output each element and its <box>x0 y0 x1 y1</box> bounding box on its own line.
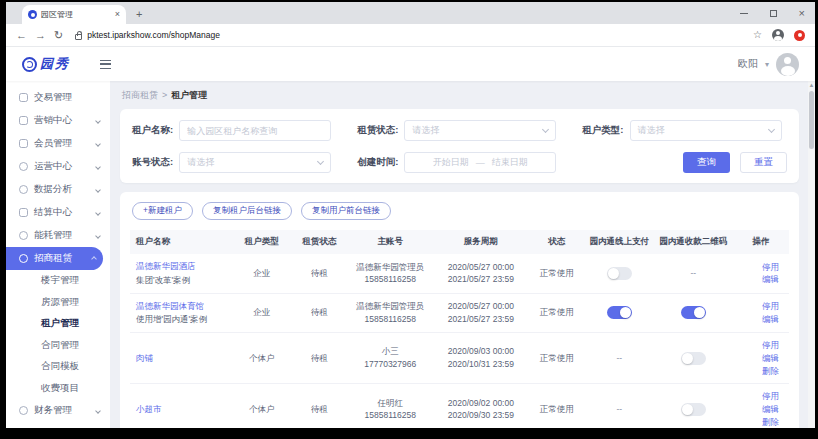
sidebar-item-marketing[interactable]: 营销中心 <box>6 109 110 132</box>
create-time-range-picker[interactable]: 开始日期 — 结束日期 <box>404 152 556 173</box>
status-badge: 正常使用 <box>540 268 574 278</box>
username-text: 欧阳 <box>738 57 758 71</box>
transactions-icon <box>19 93 28 102</box>
qr-code-toggle[interactable] <box>681 352 706 365</box>
delete-link[interactable]: 删除 <box>762 366 779 376</box>
tenant-name-link[interactable]: 温德新华园体育馆 <box>136 301 204 311</box>
copy-user-link-button[interactable]: 复制用户前台链接 <box>301 202 391 220</box>
sidebar-item-fee-items[interactable]: 收费项目 <box>6 378 110 400</box>
sidebar-item-members[interactable]: 会员管理 <box>6 132 110 155</box>
sidebar-item-listings[interactable]: 房源管理 <box>6 292 110 314</box>
col-tenant-type: 租户类型 <box>232 230 291 254</box>
sidebar-item-analytics[interactable]: 数据分析 <box>6 178 110 201</box>
bookmark-star-icon[interactable]: ☆ <box>753 30 762 40</box>
filter-card: 租户名称: 租赁状态: 请选择 租户类型: 请选择 <box>120 109 799 183</box>
window-minimize-button[interactable] <box>740 13 748 14</box>
disable-link[interactable]: 停用 <box>762 391 779 401</box>
online-pay-toggle[interactable] <box>607 306 632 319</box>
new-tab-button[interactable]: + <box>136 8 142 20</box>
table-row: 小超市 个体户 待租 任明红15858116258 2020/09/02 00:… <box>130 384 789 428</box>
col-main-account: 主账号 <box>347 230 433 254</box>
tenant-type-label: 租户类型: <box>582 124 623 137</box>
search-button[interactable]: 查询 <box>683 152 730 173</box>
energy-icon <box>19 231 28 240</box>
col-service-period: 服务周期 <box>433 230 529 254</box>
disable-link[interactable]: 停用 <box>762 301 779 311</box>
edit-link[interactable]: 编辑 <box>762 353 779 363</box>
window-maximize-button[interactable] <box>770 10 777 17</box>
lease-status-label: 租赁状态: <box>357 124 398 137</box>
browser-toolbar: ← → ↻ pktest.iparkshow.com/shopManage ☆ <box>6 24 815 47</box>
tenant-name-link[interactable]: 温德新华园酒店 <box>136 261 196 271</box>
status-badge: 正常使用 <box>540 404 574 414</box>
reload-icon[interactable]: ↻ <box>54 30 63 41</box>
edit-link[interactable]: 编辑 <box>762 314 779 324</box>
page-scrollbar[interactable]: ▲ <box>808 81 815 428</box>
status-badge: 正常使用 <box>540 353 574 363</box>
breadcrumb-parent[interactable]: 招商租赁 <box>122 90 158 100</box>
col-status: 状态 <box>529 230 585 254</box>
online-pay-toggle: -- <box>616 353 622 363</box>
edit-link[interactable]: 编辑 <box>762 274 779 284</box>
chevron-down-icon <box>95 118 101 124</box>
user-menu-caret-icon[interactable]: ▾ <box>765 60 769 69</box>
table-row: 肉铺 个体户 待租 小三17770327966 2020/09/03 00:00… <box>130 333 789 384</box>
app-logo: 园秀 <box>22 55 70 73</box>
chevron-down-icon <box>95 233 101 239</box>
status-badge: 正常使用 <box>540 307 574 317</box>
online-pay-toggle[interactable] <box>607 267 632 280</box>
qr-code-toggle[interactable] <box>681 306 706 319</box>
sidebar-item-contracts[interactable]: 合同管理 <box>6 335 110 357</box>
copy-tenant-link-button[interactable]: 复制租户后台链接 <box>202 202 292 220</box>
browser-update-icon[interactable] <box>794 30 805 41</box>
back-icon[interactable]: ← <box>16 30 27 41</box>
sidebar-item-payment-config[interactable]: 支付配置 <box>6 422 110 428</box>
logo-icon <box>22 57 37 72</box>
disable-link[interactable]: 停用 <box>762 340 779 350</box>
sidebar-item-leasing[interactable]: 招商租赁 <box>6 247 103 270</box>
tab-close-icon[interactable]: × <box>115 10 120 19</box>
main-content: 招商租赁>租户管理 租户名称: 租赁状态: 请选择 <box>110 81 815 428</box>
logo-text: 园秀 <box>40 55 70 73</box>
tenant-table: 租户名称 租户类型 租赁状态 主账号 服务周期 状态 园内通线上支付 园内通收款… <box>130 230 789 428</box>
disable-link[interactable]: 停用 <box>762 262 779 272</box>
col-lease-status: 租赁状态 <box>291 230 347 254</box>
sidebar-item-transactions[interactable]: 交易管理 <box>6 86 110 109</box>
lease-status-select[interactable]: 请选择 <box>404 120 556 141</box>
reset-button[interactable]: 重置 <box>740 152 787 173</box>
browser-tab[interactable]: 园区管理 × <box>22 5 126 24</box>
account-status-select[interactable]: 请选择 <box>179 152 331 173</box>
address-bar[interactable]: pktest.iparkshow.com/shopManage <box>71 28 745 43</box>
tab-favicon-icon <box>28 10 37 19</box>
breadcrumb-current: 租户管理 <box>171 90 207 100</box>
sidebar-item-energy[interactable]: 能耗管理 <box>6 224 110 247</box>
scroll-up-icon[interactable]: ▲ <box>808 82 815 88</box>
sidebar-item-finance[interactable]: 财务管理 <box>6 399 110 422</box>
window-close-button[interactable]: × <box>799 8 805 19</box>
sidebar-item-buildings[interactable]: 楼宇管理 <box>6 270 110 292</box>
sidebar-item-tenants[interactable]: 租户管理 <box>6 313 110 335</box>
sidebar-item-contract-templates[interactable]: 合同模板 <box>6 356 110 378</box>
col-actions: 操作 <box>733 230 789 254</box>
tenant-name-input[interactable] <box>179 120 331 141</box>
sidebar-item-settlement[interactable]: 结算中心 <box>6 201 110 224</box>
tenant-name-link[interactable]: 小超市 <box>136 404 162 414</box>
delete-link[interactable]: 删除 <box>762 417 779 427</box>
chevron-down-icon <box>95 187 101 193</box>
tab-title: 园区管理 <box>41 9 111 20</box>
browser-profile-icon[interactable] <box>772 29 784 41</box>
qr-code-toggle: -- <box>691 268 697 278</box>
sidebar-item-operations[interactable]: 运营中心 <box>6 155 110 178</box>
chevron-up-icon <box>91 256 97 262</box>
tenant-type-select[interactable]: 请选择 <box>630 120 782 141</box>
browser-window: 园区管理 × + × ← → ↻ pktest.iparkshow.com/sh… <box>6 2 815 428</box>
tenant-name-link[interactable]: 肉铺 <box>136 353 153 363</box>
create-tenant-button[interactable]: +新建租户 <box>132 202 193 220</box>
edit-link[interactable]: 编辑 <box>762 404 779 414</box>
scrollbar-thumb[interactable] <box>809 91 814 149</box>
forward-icon[interactable]: → <box>35 30 46 41</box>
qr-code-toggle[interactable] <box>681 403 706 416</box>
create-time-label: 创建时间: <box>357 156 398 169</box>
sidebar-collapse-icon[interactable] <box>100 60 111 69</box>
user-avatar[interactable] <box>776 53 799 76</box>
